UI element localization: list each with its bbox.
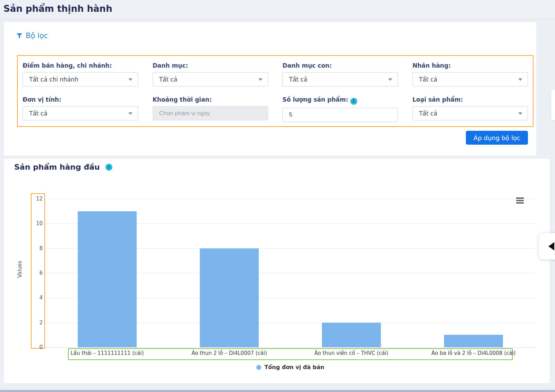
chart-legend[interactable]: Tổng đơn vị đã bán	[46, 364, 535, 370]
unit-filter-value: Tất cả	[29, 110, 48, 117]
gridline	[46, 199, 535, 199]
x-axis-line	[46, 347, 535, 348]
x-axis-labels: Lẩu thái – 1111111111 (cái)Áo thun 2 lỗ …	[46, 350, 535, 358]
subcategory-filter-value: Tất cả	[289, 76, 307, 83]
y-axis-title: Values	[17, 248, 23, 290]
x-axis-label: Áo thun viền cổ – THVC (cái)	[290, 350, 412, 356]
y-tick-label: 0	[31, 344, 43, 351]
category-filter-value: Tất cả	[159, 76, 178, 83]
product-count-input[interactable]	[282, 108, 398, 122]
chevron-down-icon	[388, 78, 392, 81]
filters-highlight-box: Điểm bán hàng, chi nhánh: Tất cả chi nhá…	[17, 55, 533, 127]
branch-filter-label: Điểm bán hàng, chi nhánh:	[23, 62, 138, 69]
brand-filter-select[interactable]: Tất cả	[412, 72, 528, 86]
brand-filter-value: Tất cả	[419, 76, 437, 83]
legend-marker-icon	[256, 365, 261, 370]
filters-card: Bộ lọc Điểm bán hàng, chi nhánh: Tất cả …	[3, 22, 537, 156]
y-tick-label: 8	[31, 245, 43, 252]
bar-2[interactable]	[200, 248, 259, 347]
page-header: Sản phẩm thịnh hành	[0, 0, 555, 19]
trending-products-page: Sản phẩm thịnh hành Bộ lọc Điểm bán hàng…	[0, 0, 555, 392]
product-count-label: Số lượng sản phẩm:i	[282, 96, 398, 105]
x-axis-label: Áo thun 2 lỗ – Di4L0007 (cái)	[168, 350, 290, 356]
bar-1[interactable]	[78, 211, 137, 347]
filter-field-brand: Nhãn hàng: Tất cả	[412, 62, 528, 86]
chevron-down-icon	[128, 78, 133, 81]
filter-field-branch: Điểm bán hàng, chi nhánh: Tất cả chi nhá…	[23, 62, 138, 86]
subcategory-filter-label: Danh mục con:	[282, 62, 398, 69]
subcategory-filter-select[interactable]: Tất cả	[282, 72, 398, 86]
filters-section-title: Bộ lọc	[26, 32, 48, 40]
unit-filter-select[interactable]: Tất cả	[23, 106, 138, 120]
info-circle-icon[interactable]: i	[350, 98, 357, 105]
funnel-icon	[16, 32, 23, 39]
product-type-label: Loại sản phẩm:	[412, 96, 528, 103]
filter-field-date-range: Khoảng thời gian:	[153, 96, 268, 122]
bar-4[interactable]	[444, 335, 503, 347]
arrow-left-icon	[548, 242, 554, 250]
chevron-down-icon	[258, 78, 263, 81]
bottom-edge-strip	[0, 390, 555, 392]
apply-filters-button[interactable]: Áp dụng bộ lọc	[466, 131, 528, 145]
filter-field-product-type: Loại sản phẩm: Tất cả	[412, 96, 528, 122]
plot-area	[46, 199, 535, 347]
y-tick-label: 12	[31, 195, 43, 202]
branch-filter-value: Tất cả chi nhánh	[29, 76, 78, 83]
filters-section-header: Bộ lọc	[16, 32, 48, 40]
branch-filter-select[interactable]: Tất cả chi nhánh	[23, 72, 138, 86]
product-type-select[interactable]: Tất cả	[412, 106, 528, 120]
y-tick-label: 4	[31, 294, 43, 301]
filter-field-category: Danh mục: Tất cả	[153, 62, 268, 86]
brand-filter-label: Nhãn hàng:	[412, 62, 528, 69]
chevron-down-icon	[518, 78, 522, 81]
y-tick-label: 6	[31, 270, 43, 276]
y-tick-label: 2	[31, 319, 43, 326]
top-products-card: Sản phẩm hàng đầu i Values 024681012 Lẩu…	[3, 158, 550, 384]
unit-filter-label: Đơn vị tính:	[23, 96, 138, 103]
category-filter-select[interactable]: Tất cả	[153, 72, 268, 86]
product-type-value: Tất cả	[419, 110, 437, 117]
chevron-down-icon	[128, 112, 133, 115]
collapse-panel-button[interactable]	[539, 233, 555, 259]
date-range-input[interactable]	[153, 106, 268, 120]
page-title: Sản phẩm thịnh hành	[3, 3, 112, 14]
date-range-label: Khoảng thời gian:	[153, 96, 268, 103]
category-filter-label: Danh mục:	[153, 62, 268, 69]
chevron-down-icon	[518, 112, 522, 115]
filter-field-subcategory: Danh mục con: Tất cả	[282, 62, 398, 86]
filter-field-product-count: Số lượng sản phẩm:i	[282, 96, 398, 122]
edge-partial-panel	[551, 90, 555, 120]
filter-field-unit: Đơn vị tính: Tất cả	[23, 96, 138, 122]
legend-label: Tổng đơn vị đã bán	[264, 364, 324, 370]
y-tick-label: 10	[31, 220, 43, 227]
top-products-bar-chart: Values 024681012 Lẩu thái – 1111111111 (…	[4, 159, 550, 384]
bar-3[interactable]	[322, 323, 381, 347]
x-axis-label: Áo ba lỗ và 2 lỗ – Di4L0008 (cái)	[412, 350, 535, 356]
x-axis-label: Lẩu thái – 1111111111 (cái)	[46, 350, 168, 356]
